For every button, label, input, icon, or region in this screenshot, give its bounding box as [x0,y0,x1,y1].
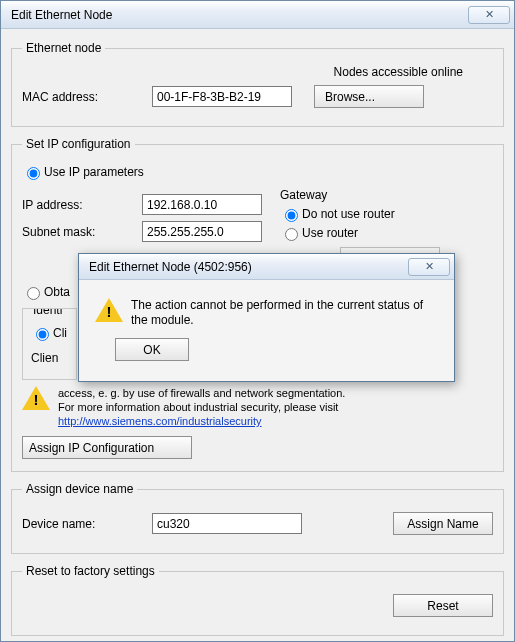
no-router-radio[interactable] [285,209,298,222]
use-router-row[interactable]: Use router [280,225,493,241]
dialog-message: The action cannot be performed in the cu… [131,298,438,328]
warning-icon [22,386,50,412]
window-title: Edit Ethernet Node [11,8,468,22]
dialog-close-button[interactable]: ✕ [408,258,450,276]
close-icon: ✕ [485,8,494,21]
use-router-radio[interactable] [285,228,298,241]
security-note: access, e. g. by use of firewalls and ne… [22,386,493,428]
error-dialog: Edit Ethernet Node (4502:956) ✕ The acti… [78,253,455,382]
ip-address-label: IP address: [22,198,142,212]
cli-label: Cli [53,326,67,340]
reset-button[interactable]: Reset [393,594,493,617]
ethernet-node-legend: Ethernet node [22,41,105,55]
security-text-block: access, e. g. by use of firewalls and ne… [58,386,345,428]
ip-address-input[interactable] [142,194,262,215]
cli-radio[interactable] [36,328,49,341]
cli-radio-row[interactable]: Cli [31,325,68,341]
obtain-label: Obta [44,285,70,299]
security-line2: For more information about industrial se… [58,400,345,414]
ethernet-node-group: Ethernet node Nodes accessible online MA… [11,41,504,127]
device-name-input[interactable] [152,513,302,534]
use-ip-params-label: Use IP parameters [44,165,144,179]
subnet-label: Subnet mask: [22,225,142,239]
nodes-online-label: Nodes accessible online [22,65,493,79]
titlebar: Edit Ethernet Node ✕ [1,1,514,29]
assign-device-name-legend: Assign device name [22,482,137,496]
security-link[interactable]: http://www.siemens.com/industrialsecurit… [58,415,262,427]
obtain-radio[interactable] [27,287,40,300]
reset-legend: Reset to factory settings [22,564,159,578]
use-ip-params-radio[interactable] [27,167,40,180]
no-router-row[interactable]: Do not use router [280,206,493,222]
clien-label: Clien [31,351,68,365]
no-router-label: Do not use router [302,207,395,221]
device-name-label: Device name: [22,517,152,531]
assign-device-name-group: Assign device name Device name: Assign N… [11,482,504,554]
gateway-label: Gateway [280,188,493,202]
dialog-body: The action cannot be performed in the cu… [79,280,454,381]
mac-address-input[interactable] [152,86,292,107]
security-line1: access, e. g. by use of firewalls and ne… [58,386,345,400]
browse-button[interactable]: Browse... [314,85,424,108]
identifi-group: Identi Cli Clien [22,308,77,380]
dialog-title: Edit Ethernet Node (4502:956) [89,260,408,274]
close-icon: ✕ [425,260,434,273]
identifi-legend: Identi [33,308,77,317]
dialog-ok-button[interactable]: OK [115,338,189,361]
warning-icon [95,298,123,324]
reset-group: Reset to factory settings Reset [11,564,504,636]
mac-address-label: MAC address: [22,90,152,104]
ip-config-legend: Set IP configuration [22,137,135,151]
dialog-titlebar: Edit Ethernet Node (4502:956) ✕ [79,254,454,280]
use-router-label: Use router [302,226,358,240]
assign-name-button[interactable]: Assign Name [393,512,493,535]
assign-ip-config-button[interactable]: Assign IP Configuration [22,436,192,459]
use-ip-params-radio-row[interactable]: Use IP parameters [22,164,493,180]
close-window-button[interactable]: ✕ [468,6,510,24]
subnet-input[interactable] [142,221,262,242]
